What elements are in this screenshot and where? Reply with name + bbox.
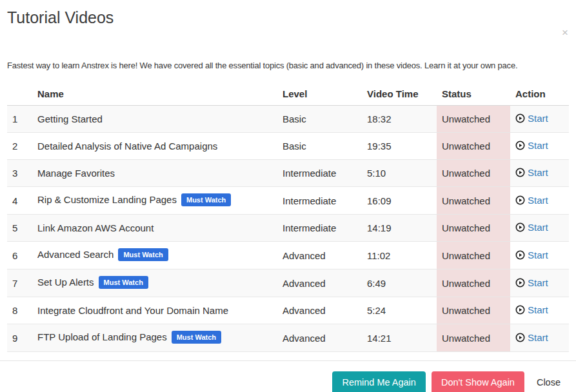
start-link[interactable]: Start — [515, 195, 548, 206]
video-time: 14:19 — [362, 215, 437, 242]
video-name: Detailed Analysis of Native Ad Campaigns — [37, 141, 217, 152]
video-level: Basic — [277, 106, 362, 133]
start-link[interactable]: Start — [515, 167, 548, 178]
video-name-cell: Detailed Analysis of Native Ad Campaigns — [32, 133, 277, 160]
table-row: 1 Getting Started Basic 18:32 Unwatched … — [7, 106, 569, 133]
table-row: 7 Set Up AlertsMust Watch Advanced 6:49 … — [7, 270, 569, 297]
start-link[interactable]: Start — [515, 332, 548, 343]
row-number: 1 — [7, 106, 32, 133]
start-link[interactable]: Start — [515, 277, 548, 288]
video-name: Advanced Search — [37, 249, 114, 260]
tutorial-videos-table: Name Level Video Time Status Action 1 Ge… — [7, 83, 569, 352]
start-label: Start — [528, 250, 548, 260]
video-level: Advanced — [277, 297, 362, 324]
start-link[interactable]: Start — [515, 250, 548, 260]
status-badge: Unwatched — [437, 270, 510, 297]
action-cell: Start — [510, 297, 569, 324]
close-button[interactable]: Close — [530, 371, 567, 392]
video-time: 11:02 — [362, 242, 437, 270]
video-name-cell: Set Up AlertsMust Watch — [32, 270, 277, 297]
action-cell: Start — [510, 215, 569, 242]
play-icon — [515, 113, 525, 123]
table-header: Name Level Video Time Status Action — [7, 83, 569, 106]
table-row: 9 FTP Upload of Landing PagesMust Watch … — [7, 324, 569, 352]
video-level: Advanced — [277, 324, 362, 352]
video-level: Advanced — [277, 242, 362, 270]
video-time: 19:35 — [362, 133, 437, 160]
row-number: 2 — [7, 133, 32, 160]
must-watch-badge: Must Watch — [118, 248, 168, 261]
status-badge: Unwatched — [437, 242, 510, 270]
start-link[interactable]: Start — [515, 304, 548, 315]
status-badge: Unwatched — [437, 106, 510, 133]
play-icon — [515, 168, 525, 177]
start-label: Start — [528, 113, 548, 124]
start-label: Start — [528, 332, 548, 343]
must-watch-badge: Must Watch — [181, 193, 231, 206]
tutorial-videos-modal: Tutorial Videos × Fastest way to learn A… — [0, 0, 576, 392]
video-name-cell: Integrate Cloudfront and Your Domain Nam… — [32, 297, 277, 324]
action-cell: Start — [510, 133, 569, 160]
action-cell: Start — [510, 270, 569, 297]
video-name-cell: Advanced SearchMust Watch — [32, 242, 277, 270]
page-title: Tutorial Videos — [0, 0, 576, 26]
modal-footer: Remind Me Again Don't Show Again Close — [0, 360, 576, 392]
status-badge: Unwatched — [437, 160, 510, 187]
row-number: 8 — [7, 297, 32, 324]
video-name-cell: Manage Favorites — [32, 160, 277, 187]
row-number: 4 — [7, 187, 32, 215]
video-time: 6:49 — [362, 270, 437, 297]
action-cell: Start — [510, 187, 569, 215]
action-cell: Start — [510, 160, 569, 187]
start-label: Start — [528, 304, 548, 315]
row-number: 3 — [7, 160, 32, 187]
play-icon — [515, 141, 525, 150]
col-header-level: Level — [277, 83, 362, 106]
action-cell: Start — [510, 106, 569, 133]
video-name: Manage Favorites — [37, 168, 115, 179]
status-badge: Unwatched — [437, 297, 510, 324]
table-row: 6 Advanced SearchMust Watch Advanced 11:… — [7, 242, 569, 270]
status-badge: Unwatched — [437, 215, 510, 242]
action-cell: Start — [510, 242, 569, 270]
start-label: Start — [528, 222, 548, 233]
start-link[interactable]: Start — [515, 222, 548, 233]
start-label: Start — [528, 277, 548, 288]
play-icon — [515, 250, 525, 260]
dont-show-again-button[interactable]: Don't Show Again — [432, 371, 524, 392]
col-header-name: Name — [32, 83, 277, 106]
video-name-cell: Getting Started — [32, 106, 277, 133]
video-level: Intermediate — [277, 187, 362, 215]
play-icon — [515, 195, 525, 205]
table-row: 3 Manage Favorites Intermediate 5:10 Unw… — [7, 160, 569, 187]
video-time: 16:09 — [362, 187, 437, 215]
row-number: 9 — [7, 324, 32, 352]
start-label: Start — [528, 195, 548, 206]
close-icon[interactable]: × — [562, 27, 568, 38]
start-link[interactable]: Start — [515, 113, 548, 124]
remind-me-again-button[interactable]: Remind Me Again — [332, 371, 425, 392]
start-label: Start — [528, 140, 548, 151]
status-badge: Unwatched — [437, 133, 510, 160]
table-row: 4 Rip & Customize Landing PagesMust Watc… — [7, 187, 569, 215]
row-number: 7 — [7, 270, 32, 297]
video-name: Getting Started — [37, 113, 103, 124]
video-time: 5:10 — [362, 160, 437, 187]
status-badge: Unwatched — [437, 324, 510, 352]
col-header-number — [7, 83, 32, 106]
status-badge: Unwatched — [437, 187, 510, 215]
video-name-cell: Rip & Customize Landing PagesMust Watch — [32, 187, 277, 215]
col-header-action: Action — [510, 83, 569, 106]
video-name: FTP Upload of Landing Pages — [37, 331, 167, 342]
play-icon — [515, 278, 525, 288]
col-header-video-time: Video Time — [362, 83, 437, 106]
video-level: Basic — [277, 133, 362, 160]
video-name: Integrate Cloudfront and Your Domain Nam… — [37, 305, 228, 316]
start-link[interactable]: Start — [515, 140, 548, 151]
video-level: Intermediate — [277, 160, 362, 187]
must-watch-badge: Must Watch — [172, 331, 221, 344]
row-number: 5 — [7, 215, 32, 242]
modal-description: Fastest way to learn Anstrex is here! We… — [0, 26, 576, 72]
table-row: 2 Detailed Analysis of Native Ad Campaig… — [7, 133, 569, 160]
play-icon — [515, 222, 525, 232]
